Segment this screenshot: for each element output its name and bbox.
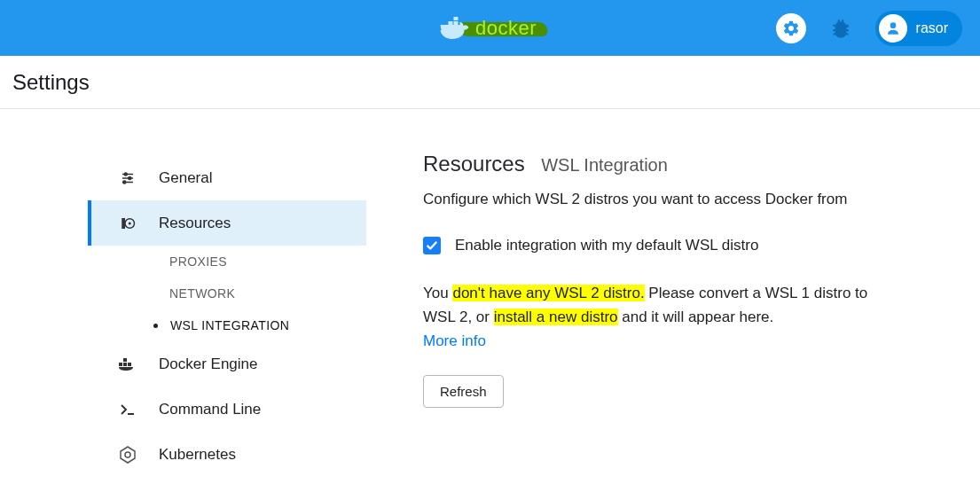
username-label: rasor [916,20,948,36]
logo-text: docker [475,17,537,40]
svg-rect-19 [123,358,127,362]
svg-rect-18 [128,363,131,366]
svg-marker-21 [121,447,135,463]
sidebar-item-label: Resources [159,215,231,232]
svg-point-22 [125,452,130,457]
content-heading: Resources [423,152,525,176]
highlight-install-distro: install a new distro [494,309,618,325]
bug-button[interactable] [829,17,852,40]
svg-point-8 [124,173,127,176]
sidebar-subitem-proxies[interactable]: PROXIES [88,246,366,277]
sidebar-item-label: Command Line [159,401,261,418]
sidebar-item-general[interactable]: General [88,155,366,200]
user-account-chip[interactable]: rasor [875,11,962,46]
more-info-link[interactable]: More info [423,329,486,353]
svg-point-15 [129,222,131,224]
header-actions: rasor [776,11,962,46]
docker-engine-icon [118,355,137,374]
sidebar-item-kubernetes[interactable]: Kubernetes [88,432,366,477]
svg-rect-17 [123,363,127,366]
svg-rect-5 [453,17,458,20]
bug-icon [829,17,852,40]
text-fragment: and it will appear here. [618,309,774,325]
kubernetes-icon [118,445,137,465]
svg-point-12 [123,181,126,184]
highlight-no-distro: don't have any WSL 2 distro. [452,285,644,301]
terminal-icon [118,400,137,419]
enable-default-distro-row: Enable integration with my default WSL d… [423,237,881,254]
content-panel: Resources WSL Integration Configure whic… [366,109,934,408]
checkbox-label: Enable integration with my default WSL d… [455,237,758,254]
main: General Resources PROXIES NETWORK WSL IN… [0,109,980,477]
docker-logo: docker [436,15,544,42]
content-subtitle: WSL Integration [541,155,668,175]
svg-point-10 [129,176,131,179]
sidebar-subitem-label: WSL INTEGRATION [170,318,289,332]
docker-whale-icon [440,17,470,40]
no-distro-message: You don't have any WSL 2 distro. Please … [423,281,881,354]
sidebar-item-resources[interactable]: Resources [88,200,366,246]
page-title: Settings [12,70,90,95]
content-header: Resources WSL Integration [423,152,881,176]
page-title-bar: Settings [0,56,980,109]
sidebar-item-label: Docker Engine [159,355,258,373]
gear-icon [782,20,800,37]
sidebar-subitem-network[interactable]: NETWORK [88,277,366,309]
sidebar-subitem-label: PROXIES [169,254,227,269]
sidebar-subitem-label: NETWORK [169,286,235,301]
text-fragment: You [423,285,452,301]
avatar-icon [879,14,907,43]
content-description: Configure which WSL 2 distros you want t… [423,191,881,208]
sidebar-item-docker-engine[interactable]: Docker Engine [88,341,366,387]
bullet-icon [153,324,158,328]
svg-rect-16 [119,363,122,366]
check-icon [426,239,438,252]
svg-point-6 [890,22,896,28]
svg-rect-4 [453,21,458,25]
sidebar-item-label: Kubernetes [159,446,236,464]
sidebar-subitem-wsl-integration[interactable]: WSL INTEGRATION [88,309,366,341]
sliders-icon [118,168,137,188]
svg-rect-3 [448,21,452,25]
refresh-button[interactable]: Refresh [423,375,504,408]
settings-sidebar: General Resources PROXIES NETWORK WSL IN… [0,109,366,477]
sidebar-item-command-line[interactable]: Command Line [88,387,366,432]
settings-gear-button[interactable] [776,13,806,43]
enable-default-distro-checkbox[interactable] [423,237,441,254]
resources-icon [118,214,137,233]
sidebar-item-label: General [159,169,212,187]
app-header: docker rasor [0,0,980,56]
